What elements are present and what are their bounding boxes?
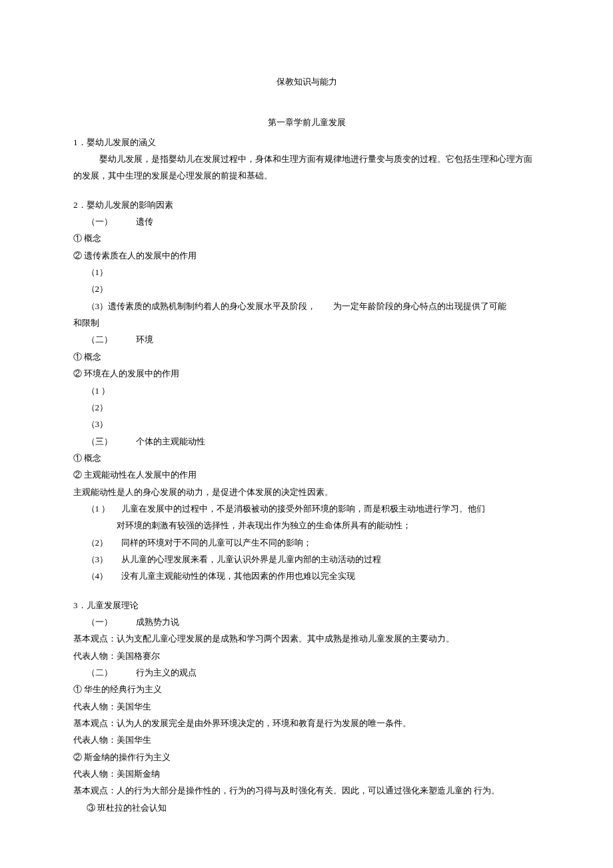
- s2-ii-2-1: （1 ）: [73, 382, 540, 399]
- s2-iii-label: （三）: [87, 433, 135, 450]
- s2-iii-b3-row: （3） 从儿童的心理发展来看，儿童认识外界是儿童内部的主动活动的过程: [73, 551, 540, 568]
- s2-iii-1: ① 概念: [73, 450, 540, 466]
- s2-i-2-1: （1）: [73, 264, 540, 280]
- section-1-body: 婴幼儿发展，是指婴幼儿在发展过程中，身体和生理方面有规律地进行量变与质变的过程。…: [73, 151, 540, 185]
- s3-ii-a1: ① 华生的经典行为主义: [73, 681, 540, 697]
- s2-i-name: 遗传: [136, 217, 153, 226]
- s2-iii-b2-row: （2） 同样的环境对于不同的儿童可以产生不同的影响；: [73, 534, 540, 551]
- s3-ii-label: （二）: [87, 664, 135, 681]
- s3-i-label: （一）: [87, 614, 135, 630]
- s2-iii-b3: 从儿童的心理发展来看，儿童认识外界是儿童内部的主动活动的过程: [121, 551, 381, 568]
- s2-iii-row: （三） 个体的主观能动性: [73, 433, 540, 450]
- s2-ii-1: ① 概念: [73, 348, 540, 365]
- s2-ii-2-3: （3）: [73, 416, 540, 432]
- chapter-heading: 第一章学前儿童发展: [73, 114, 540, 131]
- s3-ii-b2: 代表人物：美国斯金纳: [73, 765, 540, 782]
- s2-iii-b1a: 儿童在发展中的过程中，不是消极被动的接受外部环境的影响，而是积极主动地进行学习。…: [121, 500, 485, 517]
- section-3-heading: 3．儿童发展理论: [73, 597, 540, 614]
- s3-ii-b3: 基本观点：人的行为大部分是操作性的，行为的习得与及时强化有关。因此，可以通过强化…: [73, 782, 540, 799]
- s2-ii-name: 环境: [136, 334, 153, 344]
- s3-i-body2: 代表人物：美国格赛尔: [73, 648, 540, 664]
- s2-i-row: （一） 遗传: [73, 213, 540, 230]
- s2-iii-name: 个体的主观能动性: [136, 436, 205, 446]
- s3-i-row: （一） 成熟势力说: [73, 614, 540, 630]
- s2-iii-b2: 同样的环境对于不同的儿童可以产生不同的影响；: [121, 534, 312, 551]
- s2-ii-2: ② 环境在人的发展中的作用: [73, 365, 540, 382]
- section-1-heading: 1．婴幼儿发展的涵义: [73, 134, 540, 151]
- s2-i-2-2: （2）: [73, 280, 540, 297]
- document-title: 保教知识与能力: [73, 73, 540, 90]
- section-1-body-text: 婴幼儿发展，是指婴幼儿在发展过程中，身体和生理方面有规律地进行量变与质变的过程。…: [73, 154, 532, 181]
- s3-ii-name: 行为主义的观点: [136, 667, 197, 677]
- s2-iii-b3-label: （3）: [87, 551, 121, 568]
- s2-i-2-3c: 和限制: [73, 314, 540, 331]
- s2-iii-b4: 没有儿童主观能动性的体现，其他因素的作用也难以完全实现: [121, 568, 355, 584]
- s2-iii-b1-row1: （1 ） 儿童在发展中的过程中，不是消极被动的接受外部环境的影响，而是积极主动地…: [73, 500, 540, 517]
- s3-ii-c1: ③ 班杜拉的社会认知: [73, 799, 540, 816]
- s2-ii-2-2: （2）: [73, 399, 540, 416]
- s2-i-2-3b: 为一定年龄阶段的身心特点的出现提供了可能: [333, 298, 506, 314]
- s2-iii-b1b: 对环境的刺激有较强的选择性，并表现出作为独立的生命体所具有的能动性；: [73, 517, 540, 534]
- s2-ii-row: （二） 环境: [73, 331, 540, 348]
- s3-ii-a4: 代表人物：美国华生: [73, 731, 540, 748]
- s2-i-1: ① 概念: [73, 230, 540, 246]
- s2-i-2: ② 遗传素质在人的发展中的作用: [73, 247, 540, 264]
- s3-i-body1: 基本观点：认为支配儿童心理发展的是成熟和学习两个因素。其中成熟是推动儿童发展的主…: [73, 630, 540, 647]
- s2-iii-2: ② 主观能动性在人发展中的作用: [73, 466, 540, 483]
- s2-i-2-3-row1: （3）遗传素质的成熟机制制约着人的身心发展水平及阶段， 为一定年龄阶段的身心特点…: [73, 298, 540, 314]
- section-2-heading: 2．婴幼儿发展的影响因素: [73, 197, 540, 213]
- s3-ii-b1: ② 斯金纳的操作行为主义: [73, 749, 540, 765]
- s2-iii-b1-label: （1 ）: [87, 500, 121, 517]
- s2-i-2-3a: （3）遗传素质的成熟机制制约着人的身心发展水平及阶段，: [87, 298, 316, 314]
- s3-ii-a2: 代表人物：美国华生: [73, 698, 540, 715]
- s2-iii-body: 主观能动性是人的身心发展的动力，是促进个体发展的决定性因素。: [73, 484, 540, 500]
- s2-iii-b2-label: （2）: [87, 534, 121, 551]
- s2-iii-b4-row: （4） 没有儿童主观能动性的体现，其他因素的作用也难以完全实现: [73, 568, 540, 584]
- s3-ii-row: （二） 行为主义的观点: [73, 664, 540, 681]
- s2-i-label: （一）: [87, 213, 135, 230]
- s3-ii-a3: 基本观点：认为人的发展完全是由外界环境决定的，环境和教育是行为发展的唯一条件。: [73, 715, 540, 731]
- s2-ii-label: （二）: [87, 331, 135, 348]
- s3-i-name: 成熟势力说: [136, 617, 179, 627]
- s2-iii-b4-label: （4）: [87, 568, 121, 584]
